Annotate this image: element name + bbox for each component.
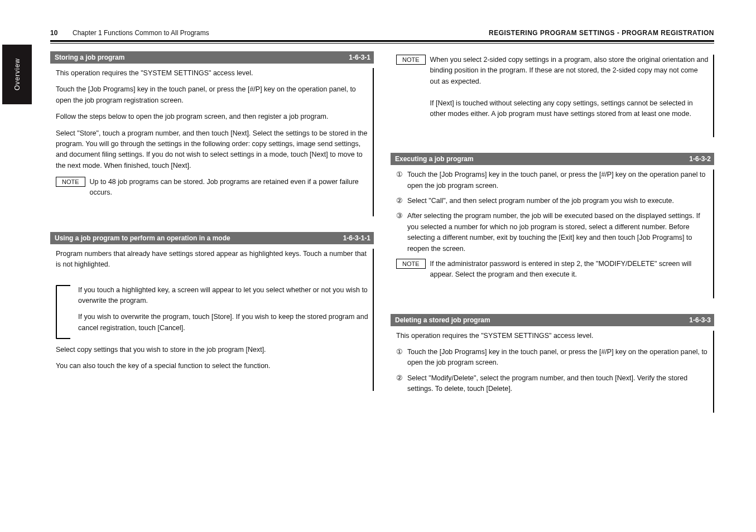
deleting-block: This operation requires the "SYSTEM SETT… — [391, 331, 714, 413]
body-text: Program numbers that already have settin… — [56, 249, 368, 270]
section-number: 1-6-3-1-1 — [343, 232, 370, 244]
step-item: ② Select "Modify/Delete", select the pro… — [396, 373, 709, 395]
step-text: Select "Modify/Delete", select the progr… — [407, 373, 709, 395]
step-number: ① — [396, 347, 403, 369]
right-column: NOTE When you select 2-sided copy settin… — [391, 51, 714, 428]
running-header: 10 Chapter 1 Functions Common to All Pro… — [50, 29, 714, 40]
body-text: Select copy settings that you wish to st… — [56, 345, 368, 355]
chapter-label: Chapter 1 Functions Common to All Progra… — [73, 29, 489, 37]
body-text: This operation requires the "SYSTEM SETT… — [396, 331, 709, 341]
page-content: 10 Chapter 1 Functions Common to All Pro… — [50, 29, 714, 428]
note-row: NOTE If the administrator password is en… — [396, 259, 709, 280]
note-row: NOTE Up to 48 job programs can be stored… — [56, 177, 368, 199]
step-item: ② Select "Call", and then select program… — [396, 196, 709, 206]
note-text: If the administrator password is entered… — [430, 259, 709, 280]
body-text: Touch the [Job Programs] key in the touc… — [56, 84, 368, 106]
section-title: Deleting a stored job program — [395, 316, 490, 324]
body-text: Select "Store", touch a program number, … — [56, 128, 368, 172]
section-heading-using: Using a job program to perform an operat… — [50, 232, 374, 244]
note-text: Up to 48 job programs can be stored. Job… — [90, 177, 368, 199]
page-title: REGISTERING PROGRAM SETTINGS - PROGRAM R… — [489, 29, 714, 37]
note-label-box: NOTE — [396, 55, 426, 65]
step-text: Touch the [Job Programs] key in the touc… — [407, 170, 709, 191]
step-number: ② — [396, 196, 403, 206]
section-number: 1-6-3-2 — [689, 153, 711, 165]
side-tab: Overview — [2, 45, 32, 104]
section-number: 1-6-3-3 — [689, 314, 711, 326]
step-number: ① — [396, 170, 403, 191]
left-column: Storing a job program 1-6-3-1 This opera… — [50, 51, 374, 428]
step-number: ③ — [396, 211, 403, 254]
section-heading-executing: Executing a job program 1-6-3-2 — [391, 153, 714, 165]
step-text: Touch the [Job Programs] key in the touc… — [407, 347, 709, 369]
side-tab-label: Overview — [13, 58, 21, 90]
note-label-box: NOTE — [396, 259, 426, 269]
section-title: Storing a job program — [55, 54, 124, 61]
using-block: Program numbers that already have settin… — [50, 249, 374, 391]
step-text: After selecting the program number, the … — [407, 211, 709, 254]
storing-block: This operation requires the "SYSTEM SETT… — [50, 68, 374, 216]
page-number: 10 — [50, 29, 73, 37]
body-text: You can also touch the key of a special … — [56, 361, 368, 371]
header-rule-thick — [50, 40, 714, 42]
section-title: Using a job program to perform an operat… — [55, 234, 230, 242]
note-text: When you select 2-sided copy settings in… — [430, 56, 709, 85]
step-text: Select "Call", and then select program n… — [407, 196, 709, 206]
section-heading-storing: Storing a job program 1-6-3-1 — [50, 51, 374, 64]
section-title: Executing a job program — [395, 155, 474, 163]
note-label-box: NOTE — [56, 177, 85, 187]
header-rule-thin — [50, 43, 714, 43]
body-text: If you touch a highlighted key, a screen… — [78, 285, 368, 307]
section-heading-deleting: Deleting a stored job program 1-6-3-3 — [391, 314, 714, 326]
step-item: ① Touch the [Job Programs] key in the to… — [396, 347, 709, 369]
section-number: 1-6-3-1 — [349, 51, 370, 64]
body-text: This operation requires the "SYSTEM SETT… — [56, 68, 368, 79]
step-item: ① Touch the [Job Programs] key in the to… — [396, 170, 709, 191]
step-item: ③ After selecting the program number, th… — [396, 211, 709, 254]
note-row: NOTE When you select 2-sided copy settin… — [396, 55, 709, 119]
executing-block: ① Touch the [Job Programs] key in the to… — [391, 170, 714, 298]
note-text: If [Next] is touched without selecting a… — [430, 99, 693, 118]
continued-note-block: NOTE When you select 2-sided copy settin… — [391, 55, 714, 137]
bracket-icon — [56, 285, 70, 340]
body-text: Follow the steps below to open the job p… — [56, 112, 368, 122]
bracketed-aside: If you touch a highlighted key, a screen… — [56, 285, 368, 340]
body-text: If you wish to overwrite the program, to… — [78, 312, 368, 333]
step-number: ② — [396, 373, 403, 395]
